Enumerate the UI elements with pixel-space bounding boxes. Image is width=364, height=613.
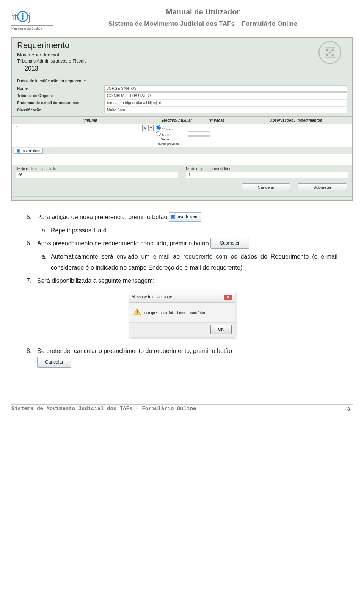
- counts-row: Nº de registos possíveis 96 Nº de regist…: [12, 165, 352, 180]
- message-dialog: Message from webpage ✕ O requerimento fo…: [129, 292, 235, 337]
- required-star: *: [13, 125, 21, 129]
- radio-efectivo[interactable]: Efectivo: [156, 125, 188, 131]
- page-footer: Sistema de Movimento Judicial dos TAFs –…: [0, 404, 364, 418]
- value-classif: Muito Bom: [104, 107, 347, 113]
- instruction-text: 5. Para adição de nova preferência, prem…: [11, 201, 353, 374]
- page-number: - 8 -: [345, 406, 353, 412]
- step-5-text: Para adição de nova preferência, premir …: [37, 214, 169, 220]
- radio-auxiliar[interactable]: Auxiliar: [156, 131, 188, 137]
- label-tribunal: Tribunal de Origem:: [17, 94, 104, 98]
- dialog-message: O requerimento foi submetido com êxito.: [144, 310, 206, 316]
- form-screenshot: Requerimento Movimento Judicial Tribunai…: [11, 37, 353, 201]
- step-5a-num: a.: [42, 225, 51, 236]
- step-5: 5. Para adição de nova preferência, prem…: [27, 212, 337, 223]
- form-header: Requerimento Movimento Judicial Tribunai…: [12, 38, 352, 77]
- logo-prefix: it: [11, 10, 17, 23]
- step-7: 7. Será disponibilizada a seguinte mensa…: [27, 276, 337, 287]
- header-titles: Manual de Utilizador Sistema de Moviment…: [53, 8, 353, 28]
- step-8: 8. Se pretender cancelar o preenchimento…: [27, 346, 337, 368]
- step-6a-num: a.: [42, 251, 51, 273]
- warning-icon: [133, 308, 141, 318]
- form-year: 2013: [25, 65, 87, 72]
- logo-suffix: j: [28, 10, 31, 23]
- col-obs: Observações / Impedimentos: [239, 118, 352, 122]
- insert-label: Inserir item: [22, 149, 40, 153]
- label-classif: Classificação:: [17, 108, 104, 112]
- document-header: itⓘj Ministério da Justiça Manual de Uti…: [11, 8, 353, 33]
- step-7-text: Será disponibilizada a seguinte mensagem…: [37, 276, 337, 287]
- step-5a-text: Repetir passos 1 a 4: [51, 225, 337, 236]
- footer-text: Sistema de Movimento Judicial dos TAFs –…: [11, 406, 196, 412]
- svg-point-2: [326, 49, 328, 51]
- nunca-label: nunca providas: [158, 142, 188, 146]
- svg-point-5: [332, 54, 334, 56]
- insert-item-button[interactable]: ▣ Inserir item: [14, 148, 43, 154]
- grid-row: * A ▾ Efectivo Auxiliar Vagas nunca prov…: [12, 124, 352, 147]
- efectivo-options: Efectivo Auxiliar Vagas nunca providas: [154, 125, 188, 146]
- step-8-num: 8.: [27, 346, 37, 368]
- close-icon[interactable]: ✕: [224, 295, 232, 300]
- form-sub1: Movimento Judicial: [17, 52, 87, 58]
- col-vagas: Nº Vagas: [194, 118, 239, 122]
- step-6a: a. Automaticamente será enviado um e-mai…: [42, 251, 337, 273]
- label-nome: Nome:: [17, 86, 104, 91]
- svg-point-3: [332, 49, 334, 51]
- insert-bar: ▣ Inserir item: [12, 147, 352, 154]
- dialog-title-text: Message from webpage: [132, 294, 172, 301]
- cancelar-button[interactable]: Cancelar: [242, 183, 290, 191]
- sort-az-icon[interactable]: A: [142, 125, 147, 131]
- value-tribunal: COIMBRA - TRIBUTÁRIO: [104, 92, 347, 99]
- svg-rect-7: [137, 310, 138, 313]
- inline-cancelar-button: Cancelar: [37, 357, 71, 368]
- inline-insert-button: ▣ Inserir item: [169, 212, 201, 222]
- manual-title: Manual de Utilizador: [53, 8, 353, 16]
- possiveis-label: Nº de registos possíveis: [16, 167, 178, 171]
- label-email: Endereço de e-mail do requerente:: [17, 101, 104, 105]
- possiveis-value: 96: [16, 172, 178, 178]
- value-nome: JORGE SANTOS: [104, 85, 347, 92]
- step-7-num: 7.: [27, 276, 37, 287]
- preenchidos-value: 1: [186, 172, 348, 178]
- form-heading: Requerimento: [17, 41, 87, 50]
- step-6-num: 6.: [27, 238, 37, 249]
- step-8-text: Se pretender cancelar o preenchimento do…: [37, 348, 232, 354]
- value-email: teresa.j.rodrigues@mail.itij.mj.pt: [104, 100, 347, 106]
- logo-text: itⓘj: [11, 9, 53, 25]
- plus-icon: ▣: [17, 149, 20, 153]
- step-5a: a. Repetir passos 1 a 4: [42, 225, 337, 236]
- action-row: Cancelar Submeter: [12, 180, 352, 196]
- svg-point-6: [329, 52, 331, 53]
- tribunal-input[interactable]: [21, 125, 141, 131]
- dialog-ok-button[interactable]: OK: [210, 325, 232, 334]
- col-tribunal: Tribunal: [19, 118, 160, 122]
- logo-subtitle: Ministério da Justiça: [11, 25, 53, 30]
- vagas-cells: [188, 125, 233, 142]
- vagas-box-3: [188, 136, 210, 141]
- identification-section: Dados de identificação do requerente: No…: [12, 77, 352, 116]
- logo-at: ⓘ: [17, 10, 28, 23]
- step-6a-text: Automaticamente será enviado um e-mail a…: [51, 251, 337, 273]
- grid-header: Tribunal Efectivo/ Auxiliar Nº Vagas Obs…: [12, 116, 352, 124]
- vagas-box-1: [188, 126, 210, 130]
- inline-submeter-button: Submeter: [210, 238, 249, 249]
- preenchidos-label: Nº de registos preenchidos: [186, 167, 348, 171]
- system-title: Sistema de Movimento Judicial dos TAFs –…: [53, 20, 353, 28]
- svg-point-4: [326, 54, 328, 56]
- ident-title: Dados de identificação do requerente:: [17, 79, 347, 83]
- inline-insert-label: Inserir item: [177, 213, 197, 221]
- dialog-wrapper: Message from webpage ✕ O requerimento fo…: [27, 292, 337, 337]
- step-5-num: 5.: [27, 212, 37, 223]
- plus-icon: ▣: [171, 213, 175, 221]
- dialog-titlebar: Message from webpage ✕: [129, 292, 235, 303]
- step-6: 6. Após preenchimento de requerimento co…: [27, 238, 337, 249]
- step-6-text: Após preenchimento de requerimento concl…: [37, 240, 210, 246]
- col-efectivo: Efectivo/ Auxiliar: [160, 118, 194, 122]
- vagas-box-2: [188, 131, 210, 136]
- vagas-label: Vagas: [161, 137, 188, 141]
- svg-rect-8: [137, 313, 138, 314]
- submeter-button[interactable]: Submeter: [298, 183, 347, 191]
- coat-of-arms-icon: [313, 41, 347, 63]
- form-footer-bar: [12, 196, 352, 200]
- obs-cell: —: [233, 125, 351, 129]
- dropdown-icon[interactable]: ▾: [148, 125, 154, 131]
